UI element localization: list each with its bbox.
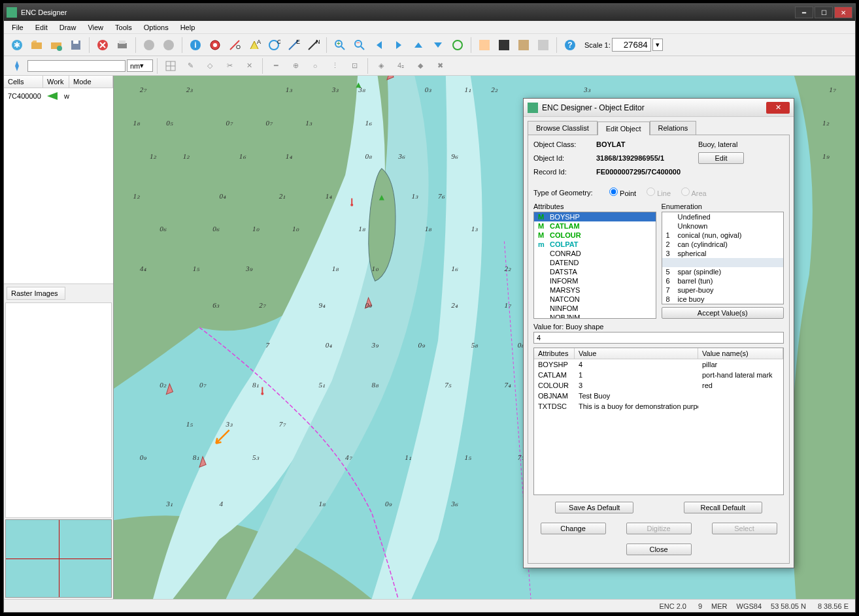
enum-item[interactable]: Unknown xyxy=(662,221,784,231)
tool-a-button[interactable]: A xyxy=(245,36,263,54)
open-button[interactable] xyxy=(27,36,46,54)
save-button[interactable] xyxy=(67,36,85,54)
menu-help[interactable]: Help xyxy=(175,22,201,33)
attr-item[interactable]: MARSYS xyxy=(534,285,656,295)
menu-edit[interactable]: Edit xyxy=(30,22,53,33)
edit-button[interactable]: Edit xyxy=(698,152,744,164)
value-row[interactable]: BOYSHP4pillar xyxy=(534,359,783,370)
attr-item[interactable]: mCOLPAT xyxy=(534,240,656,249)
edit-tool6[interactable]: ⊕ xyxy=(286,57,305,75)
tool-e-button[interactable]: E xyxy=(284,36,303,54)
attr-item[interactable]: DATEND xyxy=(534,258,656,267)
edit-tool13[interactable]: ✖ xyxy=(431,57,449,75)
print-button[interactable] xyxy=(113,36,131,54)
attr-item[interactable]: NINFOM xyxy=(534,304,656,313)
layer2-button[interactable] xyxy=(495,36,513,54)
cell-row[interactable]: 7C400000 w xyxy=(7,91,110,101)
grid-button[interactable] xyxy=(161,57,180,75)
attr-item[interactable]: NATCON xyxy=(534,295,656,304)
col-cells[interactable]: Cells xyxy=(4,76,43,88)
edit-tool1[interactable]: ✎ xyxy=(181,57,199,75)
tool-g-button[interactable]: G xyxy=(265,36,283,54)
tab-browse-classlist[interactable]: Browse Classlist xyxy=(528,121,598,135)
help-button[interactable]: ? xyxy=(561,36,579,54)
delete-button[interactable] xyxy=(93,36,112,54)
tab-edit-object[interactable]: Edit Object xyxy=(598,122,650,135)
minimize-button[interactable]: ━ xyxy=(795,7,813,18)
value-for-input[interactable] xyxy=(533,332,784,344)
attr-item[interactable]: DATSTA xyxy=(534,267,656,276)
unit-select[interactable]: nm ▾ xyxy=(127,59,153,72)
edit-tool9[interactable]: ⊡ xyxy=(345,57,363,75)
close-dialog-button[interactable]: Close xyxy=(626,543,692,555)
enum-item[interactable]: 8ice buoy xyxy=(662,295,784,304)
enum-item[interactable]: 2can (cylindrical) xyxy=(662,240,784,249)
value-row[interactable]: COLOUR3red xyxy=(534,380,783,391)
tool-n-button[interactable]: N xyxy=(304,36,322,54)
fit-button[interactable] xyxy=(448,36,467,54)
col-mode[interactable]: Mode xyxy=(69,76,113,88)
edit-tool7[interactable]: ○ xyxy=(306,57,324,75)
enum-item[interactable]: 5spar (spindle) xyxy=(662,267,784,276)
raster-images-header[interactable]: Raster Images xyxy=(7,287,65,300)
edit-tool2[interactable]: ◇ xyxy=(201,57,219,75)
attr-item[interactable]: MCATLAM xyxy=(534,221,656,231)
close-button[interactable]: ✕ xyxy=(834,7,852,18)
scale-input[interactable] xyxy=(612,38,651,52)
pan-left-button[interactable] xyxy=(370,36,388,54)
pan-up-button[interactable] xyxy=(409,36,428,54)
layer1-button[interactable] xyxy=(475,36,494,54)
compass-icon[interactable] xyxy=(8,57,26,75)
attr-item[interactable]: INFORM xyxy=(534,276,656,285)
enum-item[interactable] xyxy=(662,258,784,267)
radio-point[interactable]: Point xyxy=(609,187,636,197)
menu-draw[interactable]: Draw xyxy=(54,22,82,33)
menu-options[interactable]: Options xyxy=(139,22,174,33)
value-row[interactable]: TXTDSCThis is a buoy for demonstration p… xyxy=(534,401,783,412)
scale-dropdown[interactable]: ▾ xyxy=(652,39,663,51)
edit-tool3[interactable]: ✂ xyxy=(220,57,239,75)
layer4-button[interactable] xyxy=(534,36,552,54)
menu-file[interactable]: File xyxy=(7,22,29,33)
enum-item[interactable]: 3spherical xyxy=(662,249,784,258)
enum-item[interactable]: 7super-buoy xyxy=(662,285,784,295)
value-row[interactable]: OBJNAMTest Buoy xyxy=(534,391,783,401)
undo-button[interactable] xyxy=(140,36,158,54)
accept-values-button[interactable]: Accept Value(s) xyxy=(662,307,784,319)
coord-input[interactable] xyxy=(27,60,126,72)
edit-tool10[interactable]: ◈ xyxy=(372,57,390,75)
attr-item[interactable]: CONRAD xyxy=(534,249,656,258)
attr-item[interactable]: NOBJNM xyxy=(534,313,656,319)
enumeration-list[interactable]: UndefinedUnknown1conical (nun, ogival)2c… xyxy=(662,212,784,304)
edit-tool12[interactable]: ◆ xyxy=(411,57,430,75)
menu-tools[interactable]: Tools xyxy=(110,22,137,33)
cells-list[interactable]: 7C400000 w xyxy=(4,88,113,284)
tool-o-button[interactable]: O xyxy=(226,36,244,54)
layer3-button[interactable] xyxy=(514,36,533,54)
pan-down-button[interactable] xyxy=(429,36,447,54)
redo-button[interactable] xyxy=(160,36,178,54)
menu-view[interactable]: View xyxy=(82,22,109,33)
save-as-default-button[interactable]: Save As Default xyxy=(555,502,633,513)
overview-map[interactable] xyxy=(5,519,112,598)
attr-item[interactable]: MBOYSHP xyxy=(534,212,656,221)
dialog-close-button[interactable]: ✕ xyxy=(766,102,790,114)
edit-tool11[interactable]: 4₂ xyxy=(392,57,410,75)
enum-item[interactable]: 6barrel (tun) xyxy=(662,276,784,285)
edit-tool5[interactable]: ━ xyxy=(267,57,285,75)
enum-item[interactable]: 1conical (nun, ogival) xyxy=(662,231,784,240)
zoom-in-button[interactable]: + xyxy=(331,36,349,54)
edit-tool8[interactable]: ⋮ xyxy=(326,57,344,75)
new-button[interactable]: ✱ xyxy=(8,36,26,54)
edit-tool4[interactable]: ✕ xyxy=(240,57,258,75)
col-work[interactable]: Work xyxy=(43,76,69,88)
values-table[interactable]: Attributes Value Value name(s) BOYSHP4pi… xyxy=(533,348,784,495)
value-row[interactable]: CATLAM1port-hand lateral mark xyxy=(534,370,783,380)
open2-button[interactable] xyxy=(47,36,65,54)
attr-item[interactable]: MCOLOUR xyxy=(534,231,656,240)
enum-item[interactable]: Undefined xyxy=(662,212,784,221)
maximize-button[interactable]: ☐ xyxy=(815,7,833,18)
raster-list[interactable] xyxy=(5,302,112,518)
pan-right-button[interactable] xyxy=(390,36,408,54)
recall-default-button[interactable]: Recall Default xyxy=(684,502,762,513)
